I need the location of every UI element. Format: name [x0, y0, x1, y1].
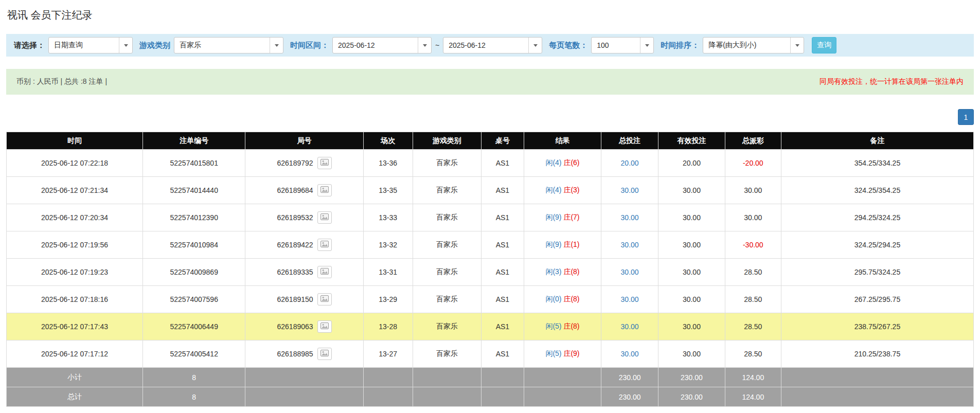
cell-valid-bet: 30.00: [658, 177, 725, 204]
cell-total-bet: 30.00: [601, 231, 658, 259]
result-player: 闲(3): [545, 267, 561, 276]
cell-total-bet: 30.00: [601, 313, 658, 340]
footer-valid-bet: 230.00: [658, 368, 725, 387]
result-player: 闲(9): [545, 213, 561, 221]
footer-payout: 124.00: [725, 368, 781, 387]
cell-round-id: 626189422: [245, 231, 363, 259]
footer-label: 总计: [7, 387, 143, 407]
column-header: 注单编号: [143, 132, 245, 150]
result-player: 闲(4): [545, 158, 561, 167]
page-button-1[interactable]: 1: [958, 109, 974, 125]
cell-time: 2025-06-12 07:19:56: [7, 231, 143, 259]
cell-note: 238.75/267.25: [781, 313, 973, 340]
cell-result: 闲(9) 庄(7): [524, 204, 601, 231]
total-bet-link[interactable]: 30.00: [621, 241, 639, 249]
date-to-value: 2025-06-12: [443, 38, 528, 53]
cell-session: 13-32: [363, 231, 413, 259]
replay-video-button[interactable]: [317, 211, 332, 224]
cell-result: 闲(0) 庄(8): [524, 286, 601, 313]
cell-time: 2025-06-12 07:18:16: [7, 286, 143, 313]
cell-valid-bet: 30.00: [658, 340, 725, 368]
total-bet-link[interactable]: 30.00: [621, 350, 639, 358]
chevron-down-icon: [790, 38, 804, 53]
cell-total-bet: 20.00: [601, 150, 658, 177]
replay-video-button[interactable]: [317, 348, 332, 360]
cell-note: 324.25/354.25: [781, 177, 973, 204]
replay-video-button[interactable]: [317, 184, 332, 196]
query-type-value: 日期查询: [49, 38, 119, 53]
cell-round-id: 626189063: [245, 313, 363, 340]
bet-row: 2025-06-12 07:21:34522574014440626189684…: [7, 177, 974, 204]
column-header: 有效投注: [658, 132, 725, 150]
total-bet-link[interactable]: 30.00: [621, 295, 639, 303]
date-to-select[interactable]: 2025-06-12: [443, 37, 542, 53]
cell-result: 闲(3) 庄(8): [524, 259, 601, 286]
page-size-select[interactable]: 100: [591, 37, 654, 53]
page-size-value: 100: [592, 38, 640, 53]
chevron-down-icon: [528, 38, 542, 53]
replay-video-button[interactable]: [317, 320, 332, 333]
sort-order-group: 时间排序： 降幂(由大到小): [661, 37, 804, 53]
cell-valid-bet: 30.00: [658, 204, 725, 231]
chevron-down-icon: [270, 38, 283, 53]
cell-table-no: AS1: [482, 150, 524, 177]
cell-bet-id: 522574007596: [143, 286, 245, 313]
date-from-select[interactable]: 2025-06-12: [332, 37, 432, 53]
chevron-down-icon: [640, 38, 653, 53]
cell-round-id: 626189792: [245, 150, 363, 177]
cell-bet-id: 522574010984: [143, 231, 245, 259]
replay-video-button[interactable]: [317, 266, 332, 278]
replay-video-button[interactable]: [317, 239, 332, 251]
footer-count: 8: [143, 368, 245, 387]
cell-note: 294.25/324.25: [781, 204, 973, 231]
cell-payout: 30.00: [725, 177, 781, 204]
total-bet-link[interactable]: 30.00: [621, 186, 639, 194]
cell-game-type: 百家乐: [413, 231, 481, 259]
round-id-text: 626189422: [277, 241, 313, 249]
total-bet-link[interactable]: 20.00: [621, 159, 639, 167]
game-type-select[interactable]: 百家乐: [174, 37, 283, 53]
query-type-label: 请选择：: [14, 41, 45, 50]
query-type-select[interactable]: 日期查询: [48, 37, 133, 53]
footer-total-bet: 230.00: [601, 368, 658, 387]
cell-session: 13-35: [363, 177, 413, 204]
replay-video-button[interactable]: [317, 293, 332, 306]
round-id-text: 626189063: [277, 322, 313, 331]
filter-bar: 请选择： 日期查询 游戏类别 百家乐 时间区间： 2025-06-12 ~ 20…: [6, 34, 974, 57]
round-id-text: 626188985: [277, 350, 313, 358]
page-size-group: 每页笔数： 100: [549, 37, 654, 53]
total-bet-link[interactable]: 30.00: [621, 268, 639, 276]
chevron-down-icon: [418, 38, 431, 53]
search-button[interactable]: 查询: [812, 37, 836, 53]
cell-time: 2025-06-12 07:21:34: [7, 177, 143, 204]
result-banker: 庄(1): [563, 240, 579, 248]
bet-row: 2025-06-12 07:17:43522574006449626189063…: [7, 313, 974, 340]
table-footer: 小计8230.00230.00124.00总计8230.00230.00124.…: [7, 368, 974, 407]
column-header: 总派彩: [725, 132, 781, 150]
cell-session: 13-36: [363, 150, 413, 177]
cell-result: 闲(5) 庄(9): [524, 340, 601, 368]
column-header: 场次: [363, 132, 413, 150]
cell-round-id: 626189532: [245, 204, 363, 231]
cell-bet-id: 522574005412: [143, 340, 245, 368]
cell-bet-id: 522574006449: [143, 313, 245, 340]
time-range-group: 时间区间： 2025-06-12 ~ 2025-06-12: [290, 37, 542, 53]
cell-bet-id: 522574014440: [143, 177, 245, 204]
cell-time: 2025-06-12 07:20:34: [7, 204, 143, 231]
video-replay-icon: [320, 268, 329, 276]
cell-note: 354.25/334.25: [781, 150, 973, 177]
total-bet-link[interactable]: 30.00: [621, 322, 639, 331]
sort-order-select[interactable]: 降幂(由大到小): [703, 37, 804, 53]
column-header: 结果: [524, 132, 601, 150]
cell-table-no: AS1: [482, 177, 524, 204]
replay-video-button[interactable]: [317, 157, 332, 169]
cell-payout: 28.50: [725, 340, 781, 368]
round-id-text: 626189532: [277, 213, 313, 222]
footer-total-bet: 230.00: [601, 387, 658, 407]
cell-round-id: 626189150: [245, 286, 363, 313]
summary-bar: 币别 : 人民币 | 总共 :8 注单 | 同局有效投注，统一计算在该局第一张注…: [6, 69, 974, 95]
cell-table-no: AS1: [482, 204, 524, 231]
total-row: 总计8230.00230.00124.00: [7, 387, 974, 407]
video-replay-icon: [320, 295, 329, 303]
total-bet-link[interactable]: 30.00: [621, 213, 639, 222]
